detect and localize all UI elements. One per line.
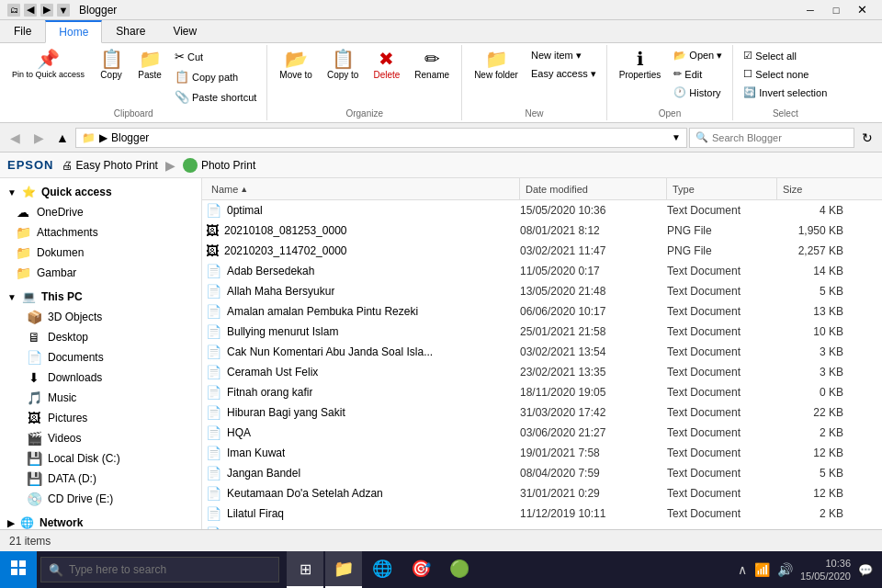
volume-tray-icon[interactable]: 🔊 — [777, 562, 793, 577]
tb-icon3[interactable]: ▼ — [57, 4, 70, 17]
photo-print-link[interactable]: Photo Print — [183, 158, 255, 173]
tab-home[interactable]: Home — [45, 20, 102, 43]
tab-view[interactable]: View — [159, 20, 210, 42]
cut-button[interactable]: ✂ Cut — [170, 47, 261, 66]
nav-bar: ◀ ▶ ▲ 📁 ▶ Blogger ▼ 🔍 ↻ — [0, 123, 882, 153]
sidebar-item-videos[interactable]: 🎬 Videos — [0, 428, 201, 448]
taskbar-app-extra[interactable]: 🟢 — [441, 551, 478, 588]
sidebar-item-cd-drive[interactable]: 💿 CD Drive (E:) — [0, 489, 201, 509]
sidebar-item-dokumen[interactable]: 📁 Dokumen — [0, 243, 201, 263]
move-to-button[interactable]: 📂 Move to — [273, 47, 319, 83]
file-row[interactable]: 📄 Bullying menurut Islam 25/01/2021 21:5… — [202, 322, 882, 342]
file-row[interactable]: 📄 Iman Kuwat 19/01/2021 7:58 Text Docume… — [202, 443, 882, 463]
properties-button[interactable]: ℹ Properties — [613, 47, 668, 83]
file-row[interactable]: 📄 Hiburan Bagi yang Sakit 31/03/2020 17:… — [202, 402, 882, 423]
file-icon: 📄 — [206, 304, 221, 319]
up-button[interactable]: ▲ — [51, 127, 74, 149]
address-bar[interactable]: 📁 ▶ Blogger ▼ — [75, 128, 687, 148]
file-row[interactable]: 📄 0ptimal 15/05/2020 10:36 Text Document… — [202, 200, 882, 220]
copy-path-button[interactable]: 📋 Copy path — [170, 67, 261, 86]
tray-arrow-icon[interactable]: ∧ — [738, 562, 747, 577]
history-button[interactable]: 🕐 History — [669, 84, 727, 101]
rename-button[interactable]: ✏ Rename — [408, 47, 456, 83]
sidebar-item-documents[interactable]: 📄 Documents — [0, 347, 201, 368]
paste-button[interactable]: 📁 Paste — [131, 47, 168, 83]
back-button[interactable]: ◀ — [4, 127, 26, 149]
taskbar-app-explorer[interactable]: 📁 — [325, 551, 362, 588]
sidebar-item-gambar[interactable]: 📁 Gambar — [0, 263, 201, 283]
tb-icon1[interactable]: ◀ — [24, 4, 37, 17]
delete-button[interactable]: ✖ Delete — [367, 47, 406, 83]
file-row[interactable]: 📄 Cak Nun Komentari Abu Janda Soal Isla.… — [202, 342, 882, 362]
maximize-button[interactable]: □ — [823, 1, 849, 19]
select-none-button[interactable]: ☐ Select none — [739, 65, 831, 83]
tab-share[interactable]: Share — [102, 20, 159, 42]
forward-button[interactable]: ▶ — [28, 127, 50, 149]
open-button[interactable]: 📂 Open ▾ — [669, 47, 727, 64]
taskbar-app-taskview[interactable]: ⊞ — [287, 551, 323, 588]
col-header-type[interactable]: Type — [667, 178, 777, 199]
sidebar-item-downloads[interactable]: ⬇ Downloads — [0, 368, 201, 388]
sidebar-item-3d-objects[interactable]: 📦 3D Objects — [0, 307, 201, 327]
easy-photo-print-link[interactable]: 🖨 Easy Photo Print — [62, 159, 158, 172]
pin-to-quick-access-button[interactable]: 📌 Pin to Quick access — [6, 47, 91, 83]
taskview-icon: ⊞ — [300, 560, 311, 578]
network-header[interactable]: ▶ 🌐 Network — [0, 513, 201, 529]
new-item-button[interactable]: New item ▾ — [526, 47, 601, 64]
invert-selection-button[interactable]: 🔄 Invert selection — [739, 84, 831, 101]
start-button[interactable] — [0, 551, 37, 588]
taskbar-app-pp[interactable]: 🎯 — [402, 551, 439, 588]
minimize-button[interactable]: ─ — [797, 1, 823, 19]
col-header-name[interactable]: Name ▲ — [206, 178, 520, 199]
refresh-button[interactable]: ↻ — [856, 127, 878, 149]
sidebar-item-attachments[interactable]: 📁 Attachments — [0, 222, 201, 243]
file-row[interactable]: 📄 Fitnah orang kafir 18/11/2020 19:05 Te… — [202, 382, 882, 402]
network-tray-icon[interactable]: 📶 — [754, 562, 770, 577]
notification-icon[interactable]: 💬 — [858, 563, 873, 577]
file-icon: 📄 — [206, 284, 221, 299]
search-bar[interactable]: 🔍 — [689, 128, 854, 148]
paste-shortcut-button[interactable]: 📎 Paste shortcut — [170, 87, 261, 107]
file-row[interactable]: 📄 Amalan amalan Pembuka Pintu Rezeki 06/… — [202, 301, 882, 322]
taskbar-app-chrome[interactable]: 🌐 — [364, 551, 401, 588]
sidebar-item-desktop[interactable]: 🖥 Desktop — [0, 327, 201, 347]
file-row[interactable]: 🖼 20210108_081253_0000 08/01/2021 8:12 P… — [202, 220, 882, 241]
file-name: 20210108_081253_0000 — [224, 224, 346, 237]
sidebar-item-pictures[interactable]: 🖼 Pictures — [0, 408, 201, 428]
new-folder-button[interactable]: 📁 New folder — [468, 47, 525, 83]
address-chevron-icon[interactable]: ▼ — [672, 132, 681, 142]
this-pc-chevron-icon: ▼ — [7, 292, 17, 302]
sidebar-item-data-d[interactable]: 💾 DATA (D:) — [0, 469, 201, 489]
copy-button[interactable]: 📋 Copy — [93, 47, 130, 83]
file-row[interactable]: 📄 Lilatul Firaq 11/12/2019 10:11 Text Do… — [202, 503, 882, 524]
taskbar-tray: ∧ 📶 🔊 10:3615/05/2020 💬 — [729, 557, 882, 583]
taskbar-search-bar[interactable]: 🔍 — [40, 557, 279, 582]
taskbar-search-input[interactable] — [69, 563, 271, 576]
data-d-icon: 💾 — [26, 471, 42, 486]
copy-to-button[interactable]: 📋 Copy to — [321, 47, 365, 83]
quick-access-header[interactable]: ▼ ⭐ Quick access — [0, 182, 201, 202]
cut-label: Cut — [187, 51, 203, 62]
col-header-size[interactable]: Size — [777, 178, 851, 199]
sidebar-item-music[interactable]: 🎵 Music — [0, 388, 201, 408]
this-pc-header[interactable]: ▼ 💻 This PC — [0, 287, 201, 307]
sidebar-item-onedrive[interactable]: ☁ OneDrive — [0, 202, 201, 222]
col-header-modified[interactable]: Date modified — [520, 178, 667, 199]
close-button[interactable]: ✕ — [849, 1, 875, 19]
tab-file[interactable]: File — [0, 20, 45, 42]
select-all-button[interactable]: ☑ Select all — [739, 47, 831, 64]
invert-label: Invert selection — [759, 87, 827, 98]
easy-access-button[interactable]: Easy access ▾ — [526, 65, 601, 83]
file-row[interactable]: 📄 Keutamaan Do'a Setelah Adzan 31/01/202… — [202, 483, 882, 503]
file-row[interactable]: 📄 Allah Maha Bersyukur 13/05/2020 21:48 … — [202, 281, 882, 301]
file-row[interactable]: 📄 HQA 03/06/2020 21:27 Text Document 2 K… — [202, 423, 882, 443]
sidebar-item-local-disk[interactable]: 💾 Local Disk (C:) — [0, 448, 201, 469]
edit-button[interactable]: ✏ Edit — [669, 65, 727, 83]
file-row[interactable]: 📄 Jangan Bandel 08/04/2020 7:59 Text Doc… — [202, 463, 882, 483]
file-row[interactable]: 📄 Ceramah Ust Felix 23/02/2021 13:35 Tex… — [202, 362, 882, 382]
clipboard-group: 📌 Pin to Quick access 📋 Copy 📁 Paste ✂ C… — [0, 45, 267, 120]
search-input[interactable] — [712, 132, 848, 143]
file-row[interactable]: 📄 Adab Bersedekah 11/05/2020 0:17 Text D… — [202, 261, 882, 281]
file-row[interactable]: 🖼 20210203_114702_0000 03/02/2021 11:47 … — [202, 241, 882, 261]
tb-icon2[interactable]: ▶ — [40, 4, 53, 17]
